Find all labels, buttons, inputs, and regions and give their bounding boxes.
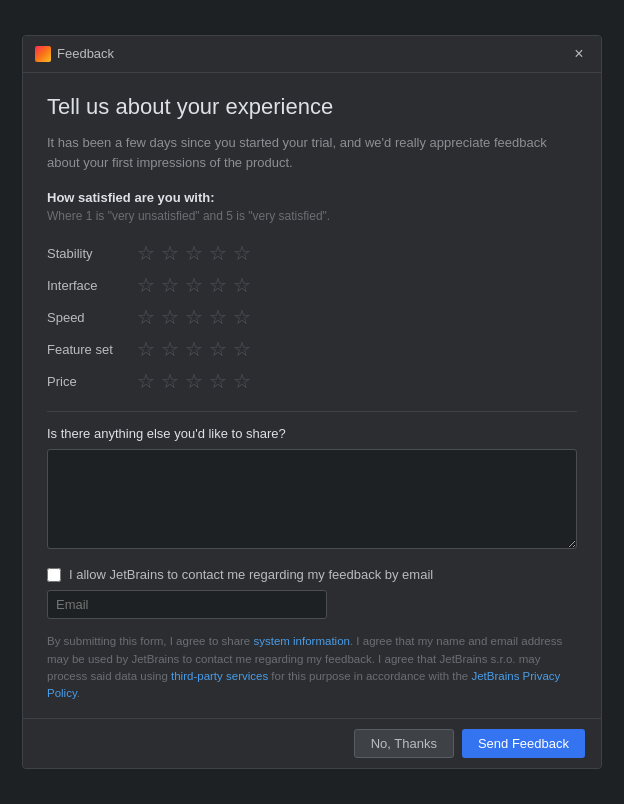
stars-interface[interactable]: ☆ ☆ ☆ ☆ ☆: [137, 275, 251, 295]
feedback-dialog: Feedback × Tell us about your experience…: [22, 35, 602, 770]
satisfaction-heading: How satisfied are you with:: [47, 190, 577, 205]
close-icon: ×: [574, 45, 583, 63]
star-2[interactable]: ☆: [161, 371, 179, 391]
rating-label-price: Price: [47, 374, 137, 389]
jetbrains-logo-icon: [35, 46, 51, 62]
star-5[interactable]: ☆: [233, 371, 251, 391]
email-consent-checkbox[interactable]: [47, 568, 61, 582]
star-4[interactable]: ☆: [209, 275, 227, 295]
star-2[interactable]: ☆: [161, 339, 179, 359]
dialog-body: Tell us about your experience It has bee…: [23, 73, 601, 719]
main-heading: Tell us about your experience: [47, 93, 577, 122]
legal-text: By submitting this form, I agree to shar…: [47, 633, 577, 702]
dialog-titlebar: Feedback ×: [23, 36, 601, 73]
star-3[interactable]: ☆: [185, 371, 203, 391]
stars-speed[interactable]: ☆ ☆ ☆ ☆ ☆: [137, 307, 251, 327]
rating-row-stability: Stability ☆ ☆ ☆ ☆ ☆: [47, 237, 577, 269]
scale-hint: Where 1 is "very unsatisfied" and 5 is "…: [47, 209, 577, 223]
rating-label-speed: Speed: [47, 310, 137, 325]
star-5[interactable]: ☆: [233, 307, 251, 327]
legal-text-3: for this purpose in accordance with the: [268, 670, 471, 682]
star-4[interactable]: ☆: [209, 307, 227, 327]
rating-row-featureset: Feature set ☆ ☆ ☆ ☆ ☆: [47, 333, 577, 365]
email-consent-label: I allow JetBrains to contact me regardin…: [69, 567, 433, 582]
dialog-title: Feedback: [57, 46, 569, 61]
cancel-button[interactable]: No, Thanks: [354, 729, 454, 758]
star-4[interactable]: ☆: [209, 243, 227, 263]
star-1[interactable]: ☆: [137, 307, 155, 327]
legal-text-1: By submitting this form, I agree to shar…: [47, 635, 253, 647]
star-2[interactable]: ☆: [161, 307, 179, 327]
rating-label-interface: Interface: [47, 278, 137, 293]
star-3[interactable]: ☆: [185, 243, 203, 263]
stars-featureset[interactable]: ☆ ☆ ☆ ☆ ☆: [137, 339, 251, 359]
third-party-services-link[interactable]: third-party services: [171, 670, 268, 682]
rating-label-stability: Stability: [47, 246, 137, 261]
star-5[interactable]: ☆: [233, 339, 251, 359]
star-1[interactable]: ☆: [137, 339, 155, 359]
rating-row-interface: Interface ☆ ☆ ☆ ☆ ☆: [47, 269, 577, 301]
rating-row-speed: Speed ☆ ☆ ☆ ☆ ☆: [47, 301, 577, 333]
section-divider: [47, 411, 577, 412]
star-5[interactable]: ☆: [233, 275, 251, 295]
system-information-link[interactable]: system information: [253, 635, 350, 647]
stars-stability[interactable]: ☆ ☆ ☆ ☆ ☆: [137, 243, 251, 263]
star-5[interactable]: ☆: [233, 243, 251, 263]
rating-label-featureset: Feature set: [47, 342, 137, 357]
star-2[interactable]: ☆: [161, 243, 179, 263]
star-3[interactable]: ☆: [185, 307, 203, 327]
star-1[interactable]: ☆: [137, 371, 155, 391]
email-consent-row: I allow JetBrains to contact me regardin…: [47, 567, 577, 582]
star-1[interactable]: ☆: [137, 275, 155, 295]
star-1[interactable]: ☆: [137, 243, 155, 263]
feedback-textarea[interactable]: [47, 449, 577, 549]
submit-button[interactable]: Send Feedback: [462, 729, 585, 758]
star-3[interactable]: ☆: [185, 275, 203, 295]
intro-text: It has been a few days since you started…: [47, 133, 577, 172]
star-3[interactable]: ☆: [185, 339, 203, 359]
star-2[interactable]: ☆: [161, 275, 179, 295]
email-field[interactable]: [47, 590, 327, 619]
rating-row-price: Price ☆ ☆ ☆ ☆ ☆: [47, 365, 577, 397]
additional-label: Is there anything else you'd like to sha…: [47, 426, 577, 441]
stars-price[interactable]: ☆ ☆ ☆ ☆ ☆: [137, 371, 251, 391]
dialog-footer: No, Thanks Send Feedback: [23, 718, 601, 768]
star-4[interactable]: ☆: [209, 371, 227, 391]
ratings-section: Stability ☆ ☆ ☆ ☆ ☆ Interface ☆ ☆ ☆ ☆ ☆: [47, 237, 577, 397]
star-4[interactable]: ☆: [209, 339, 227, 359]
close-button[interactable]: ×: [569, 44, 589, 64]
legal-text-4: .: [77, 687, 80, 699]
